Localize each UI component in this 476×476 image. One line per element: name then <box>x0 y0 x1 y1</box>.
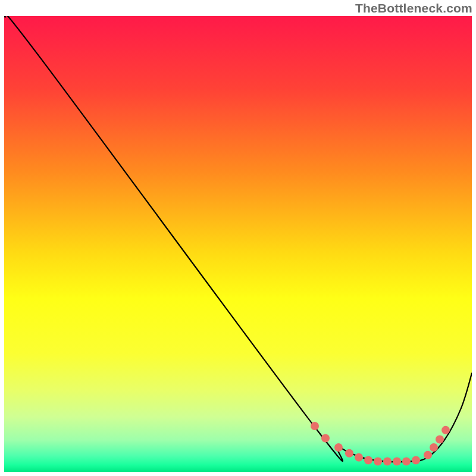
curve-marker <box>364 456 372 465</box>
gradient-background <box>4 16 472 472</box>
watermark-text: TheBottleneck.com <box>355 1 472 15</box>
bottleneck-chart <box>0 0 476 476</box>
curve-marker <box>436 435 444 443</box>
curve-marker <box>374 457 382 465</box>
curve-marker <box>345 449 353 458</box>
curve-marker <box>383 457 392 465</box>
curve-marker <box>321 434 330 442</box>
curve-marker <box>441 426 450 434</box>
chart-stage: TheBottleneck.com <box>0 0 476 476</box>
curve-marker <box>412 456 420 465</box>
curve-marker <box>355 453 363 462</box>
curve-marker <box>311 422 319 430</box>
curve-marker <box>334 443 343 452</box>
curve-marker <box>393 457 401 465</box>
curve-marker <box>424 451 432 459</box>
curve-marker <box>402 457 411 465</box>
curve-marker <box>430 443 438 452</box>
